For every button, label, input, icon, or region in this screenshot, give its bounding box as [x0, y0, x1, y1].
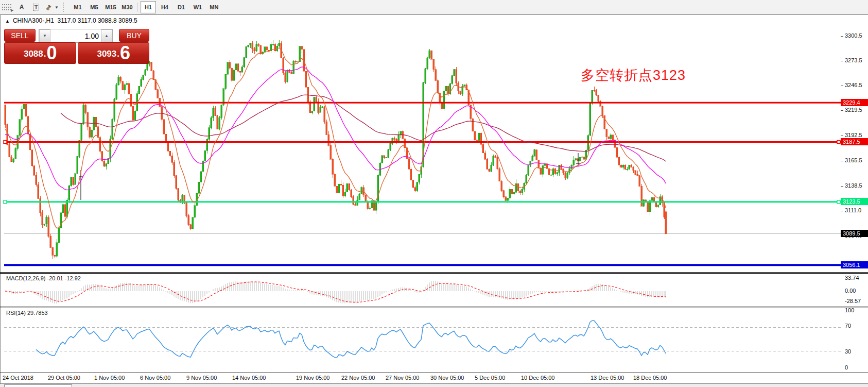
- price-tick-label: 3300.5: [845, 32, 867, 39]
- rsi-axis-label: 30: [845, 348, 867, 355]
- axis-tick-mark: [841, 211, 843, 211]
- axis-tick-mark: [841, 36, 843, 37]
- buy-price-dot: .: [117, 46, 119, 62]
- date-label: 24 Oct 2018: [3, 375, 33, 381]
- buy-price-main: 3093: [97, 46, 116, 62]
- mt4-window: F A T ▼ M1M5M15M30H1H4D1W1MN ▲CHINA300-,…: [0, 0, 868, 387]
- date-label: 30 Nov 05:00: [430, 375, 464, 381]
- price-tick-label: 3273.5: [845, 57, 867, 63]
- hline-handle[interactable]: [4, 140, 7, 143]
- rsi-axis-label: 100: [845, 307, 867, 313]
- macd-axis-label: 33.74: [845, 275, 867, 281]
- hline-handle[interactable]: [837, 140, 840, 143]
- axis-tick-mark: [841, 86, 843, 86]
- sell-price-display[interactable]: 3088.0: [4, 42, 76, 64]
- rsi-axis-label: 70: [845, 323, 867, 329]
- sell-button[interactable]: SELL: [4, 29, 36, 42]
- date-label: 19 Nov 05:00: [296, 375, 329, 381]
- symbol-ohlc-text: CHINA300-,H1 3117.0 3117.0 3088.8 3089.5: [13, 17, 137, 24]
- hline-handle[interactable]: [837, 200, 840, 204]
- volume-decrease-button[interactable]: ▼: [39, 29, 50, 42]
- price-tick-label: 3165.5: [845, 157, 867, 163]
- price-tick-label: 3219.5: [845, 107, 867, 113]
- price-badge-3229.4: 3229.4: [841, 99, 868, 106]
- date-label: 1 Nov 05:00: [94, 375, 125, 381]
- hline-handle[interactable]: [4, 200, 7, 204]
- volume-input[interactable]: [50, 29, 101, 42]
- macd-label: MACD(12,26,9) -20.01 -12.92: [6, 275, 81, 281]
- chart-tab[interactable]: [4, 384, 72, 387]
- date-label: 5 Dec 05:00: [475, 375, 505, 381]
- date-label: 6 Nov 05:00: [140, 375, 170, 381]
- volume-increase-button[interactable]: ▲: [101, 29, 112, 42]
- rsi-axis-label: 0: [845, 364, 867, 371]
- chart-title: ▲CHINA300-,H1 3117.0 3117.0 3088.8 3089.…: [5, 17, 137, 24]
- price-badge-3089.5: 3089.5: [841, 230, 868, 237]
- price-tick-label: 3111.0: [845, 207, 867, 213]
- macd-axis-label: -28.57: [845, 298, 867, 304]
- axis-tick-mark: [841, 136, 843, 136]
- price-tick-label: 3246.5: [845, 82, 867, 88]
- buy-price-big-digit: 6: [120, 44, 130, 62]
- one-click-trade-panel: SELL ▼ ▲ BUY 3088.0 3093.6: [4, 29, 149, 64]
- collapse-triangle-icon[interactable]: ▲: [5, 19, 10, 24]
- chart-tab-bar: [0, 383, 868, 387]
- date-label: 18 Dec 05:00: [633, 375, 667, 381]
- date-label: 14 Nov 05:00: [232, 375, 266, 381]
- rsi-label: RSI(14) 29.7853: [6, 310, 48, 316]
- date-label: 13 Dec 05:00: [591, 375, 624, 381]
- date-label: 9 Nov 05:00: [186, 375, 217, 381]
- date-label: 29 Oct 05:00: [48, 375, 80, 381]
- price-tick-label: 3138.5: [845, 182, 867, 189]
- price-badge-3123.5: 3123.5: [841, 198, 868, 205]
- axis-tick-mark: [841, 186, 843, 187]
- price-badge-3187.5: 3187.5: [841, 138, 868, 145]
- axis-tick-mark: [841, 161, 843, 161]
- chart-annotation-text[interactable]: 多空转折点3123: [581, 66, 686, 85]
- sell-price-big-digit: 0: [47, 44, 57, 62]
- macd-axis-label: 0.00: [845, 288, 867, 294]
- price-badge-3056.1: 3056.1: [841, 261, 868, 268]
- sell-price-main: 3088: [24, 46, 43, 62]
- buy-price-display[interactable]: 3093.6: [78, 42, 149, 64]
- axis-tick-mark: [841, 110, 843, 111]
- price-tick-label: 3192.5: [845, 132, 867, 138]
- date-label: 27 Nov 05:00: [386, 375, 419, 381]
- date-label: 10 Dec 05:00: [521, 375, 554, 381]
- axis-tick-mark: [841, 61, 843, 61]
- volume-stepper: ▼ ▲: [39, 29, 113, 43]
- date-label: 22 Nov 05:00: [341, 375, 375, 381]
- sell-price-dot: .: [44, 46, 46, 62]
- buy-button[interactable]: BUY: [119, 29, 149, 42]
